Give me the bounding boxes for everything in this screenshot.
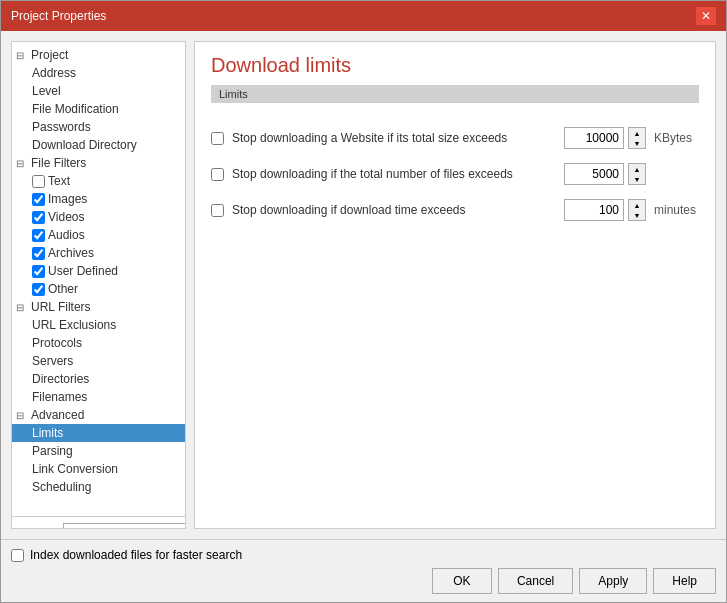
sidebar-item-label: URL Filters [31,300,91,314]
sidebar-item-label: Level [32,84,61,98]
sidebar-item-label: Project [31,48,68,62]
time-limit-unit: minutes [654,203,699,217]
time-limit-spin-up[interactable]: ▲ [629,200,645,210]
help-button[interactable]: Help [653,568,716,594]
time-limit-row: Stop downloading if download time exceed… [211,199,699,221]
sidebar-item-link-conversion[interactable]: Link Conversion [12,460,185,478]
sidebar-item-project[interactable]: ⊟ Project [12,46,185,64]
text-checkbox[interactable] [32,175,45,188]
sidebar-item-label: Advanced [31,408,84,422]
file-count-limit-spin-down[interactable]: ▼ [629,174,645,184]
size-limit-checkbox[interactable] [211,132,224,145]
title-bar: Project Properties ✕ [1,1,726,31]
sidebar-item-label: Download Directory [32,138,137,152]
sidebar-tree: ⊟ Project Address Level File Modificatio… [11,41,186,529]
index-label: Index downloaded files for faster search [30,548,242,562]
sidebar-item-directories[interactable]: Directories [12,370,185,388]
search-label: Search: [16,526,57,529]
sidebar-item-level[interactable]: Level [12,82,185,100]
size-limit-spin-down[interactable]: ▼ [629,138,645,148]
sidebar-item-label: Directories [32,372,89,386]
videos-checkbox[interactable] [32,211,45,224]
size-limit-spin-buttons: ▲ ▼ [628,127,646,149]
sidebar-item-user-defined[interactable]: User Defined [12,262,185,280]
apply-button[interactable]: Apply [579,568,647,594]
sidebar-item-file-modification[interactable]: File Modification [12,100,185,118]
time-limit-text: Stop downloading if download time exceed… [232,203,556,217]
sidebar-item-label: Link Conversion [32,462,118,476]
sidebar-item-download-directory[interactable]: Download Directory [12,136,185,154]
dialog-body: ⊟ Project Address Level File Modificatio… [1,31,726,539]
index-checkbox-row: Index downloaded files for faster search [11,548,716,562]
sidebar-item-label: URL Exclusions [32,318,116,332]
section-label: Limits [211,85,699,103]
sidebar-item-filenames[interactable]: Filenames [12,388,185,406]
size-limit-row: Stop downloading a Website if its total … [211,127,699,149]
sidebar-item-label: File Filters [31,156,86,170]
other-checkbox[interactable] [32,283,45,296]
sidebar-item-audios[interactable]: Audios [12,226,185,244]
sidebar-item-advanced[interactable]: ⊟ Advanced [12,406,185,424]
sidebar-item-protocols[interactable]: Protocols [12,334,185,352]
file-count-limit-row: Stop downloading if the total number of … [211,163,699,185]
sidebar-item-archives[interactable]: Archives [12,244,185,262]
size-limit-spinbox: ▲ ▼ [564,127,646,149]
size-limit-text: Stop downloading a Website if its total … [232,131,556,145]
sidebar-item-passwords[interactable]: Passwords [12,118,185,136]
sidebar-item-label: Passwords [32,120,91,134]
time-limit-spin-down[interactable]: ▼ [629,210,645,220]
file-count-limit-spinbox: ▲ ▼ [564,163,646,185]
archives-checkbox[interactable] [32,247,45,260]
sidebar-item-label: Videos [48,210,84,224]
sidebar-item-label: Parsing [32,444,73,458]
sidebar-item-url-filters[interactable]: ⊟ URL Filters [12,298,185,316]
ok-button[interactable]: OK [432,568,492,594]
page-title: Download limits [211,54,699,77]
file-count-limit-checkbox[interactable] [211,168,224,181]
sidebar-item-address[interactable]: Address [12,64,185,82]
size-limit-input[interactable] [564,127,624,149]
sidebar-item-text[interactable]: Text [12,172,185,190]
sidebar-item-url-exclusions[interactable]: URL Exclusions [12,316,185,334]
sidebar-item-label: Servers [32,354,73,368]
sidebar-item-limits[interactable]: Limits [12,424,185,442]
time-limit-spin-buttons: ▲ ▼ [628,199,646,221]
time-limit-checkbox[interactable] [211,204,224,217]
time-limit-input[interactable] [564,199,624,221]
sidebar-item-label: Protocols [32,336,82,350]
expand-icon: ⊟ [16,158,28,169]
sidebar-item-images[interactable]: Images [12,190,185,208]
cancel-button[interactable]: Cancel [498,568,573,594]
dialog-title: Project Properties [11,9,106,23]
project-properties-dialog: Project Properties ✕ ⊟ Project Address L… [0,0,727,603]
size-limit-spin-up[interactable]: ▲ [629,128,645,138]
search-row: Search: [12,516,185,529]
sidebar-item-file-filters[interactable]: ⊟ File Filters [12,154,185,172]
file-count-limit-spin-buttons: ▲ ▼ [628,163,646,185]
sidebar-item-label: Text [48,174,70,188]
images-checkbox[interactable] [32,193,45,206]
user-defined-checkbox[interactable] [32,265,45,278]
index-checkbox[interactable] [11,549,24,562]
sidebar-item-label: User Defined [48,264,118,278]
file-count-limit-spin-up[interactable]: ▲ [629,164,645,174]
main-header: Download limits Limits [195,42,715,111]
sidebar-item-label: Images [48,192,87,206]
sidebar-item-parsing[interactable]: Parsing [12,442,185,460]
sidebar-item-label: Filenames [32,390,87,404]
sidebar-item-videos[interactable]: Videos [12,208,185,226]
file-count-limit-input[interactable] [564,163,624,185]
main-content: Stop downloading a Website if its total … [195,111,715,528]
expand-icon: ⊟ [16,50,28,61]
sidebar-item-label: Scheduling [32,480,91,494]
audios-checkbox[interactable] [32,229,45,242]
sidebar-item-servers[interactable]: Servers [12,352,185,370]
size-limit-unit: KBytes [654,131,699,145]
search-input[interactable] [63,523,186,529]
main-panel: Download limits Limits Stop downloading … [194,41,716,529]
sidebar-item-scheduling[interactable]: Scheduling [12,478,185,496]
close-button[interactable]: ✕ [696,7,716,25]
sidebar-item-label: Limits [32,426,63,440]
time-limit-spinbox: ▲ ▼ [564,199,646,221]
sidebar-item-other[interactable]: Other [12,280,185,298]
